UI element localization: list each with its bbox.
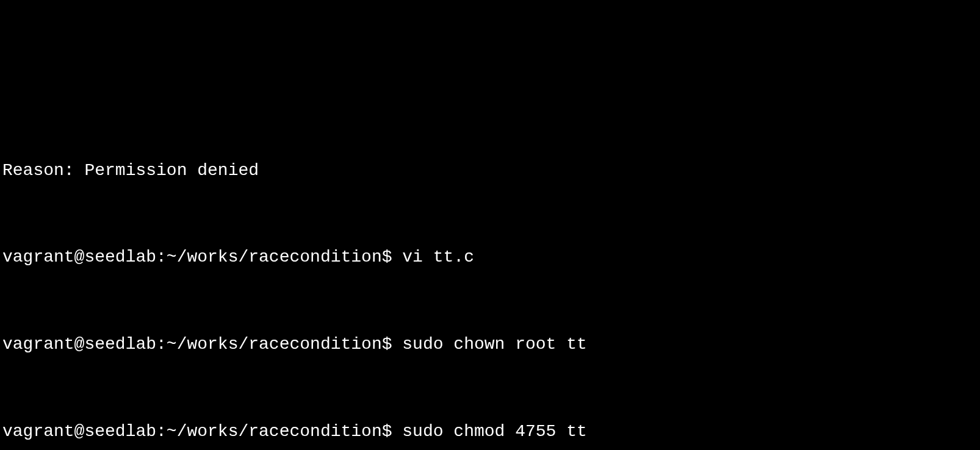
shell-command: vi tt.c xyxy=(402,248,474,266)
shell-prompt: vagrant@seedlab:~/works/racecondition$ xyxy=(2,422,402,441)
terminal-window[interactable]: Reason: Permission denied vagrant@seedla… xyxy=(0,116,980,450)
shell-command: sudo chmod 4755 tt xyxy=(402,422,586,441)
terminal-prompt-line: vagrant@seedlab:~/works/racecondition$ s… xyxy=(2,417,978,446)
terminal-output-line: Reason: Permission denied xyxy=(2,156,978,185)
terminal-prompt-line: vagrant@seedlab:~/works/racecondition$ s… xyxy=(2,330,978,359)
shell-command: sudo chown root tt xyxy=(402,335,586,354)
terminal-prompt-line: vagrant@seedlab:~/works/racecondition$ v… xyxy=(2,243,978,272)
shell-prompt: vagrant@seedlab:~/works/racecondition$ xyxy=(2,248,402,266)
shell-prompt: vagrant@seedlab:~/works/racecondition$ xyxy=(2,335,402,354)
